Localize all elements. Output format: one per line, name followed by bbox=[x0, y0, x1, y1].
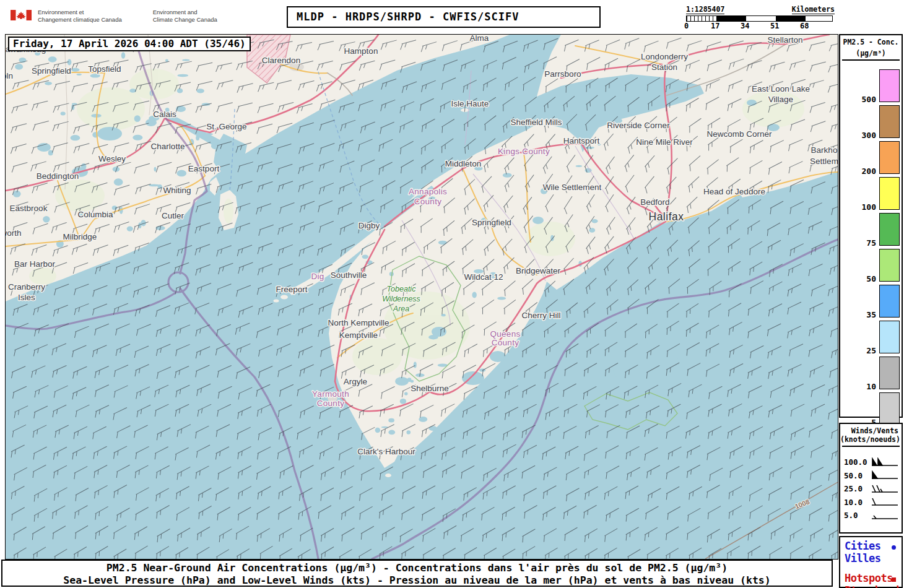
map-label: Kings County bbox=[498, 147, 550, 156]
map-label: Wilderness bbox=[382, 295, 420, 303]
long-island bbox=[280, 295, 288, 300]
map-label: Head of Jeddore bbox=[703, 187, 765, 196]
wind-barb-icon bbox=[871, 457, 899, 467]
pm25-level-value: 75 bbox=[841, 238, 879, 248]
map-label: Tobeatic bbox=[387, 285, 417, 293]
pm25-level-value: 100 bbox=[841, 202, 879, 212]
wind-speed-value: 100.0 bbox=[844, 457, 871, 467]
map-label: Cherry Hill bbox=[521, 311, 560, 320]
map-label: Clarendon bbox=[262, 56, 300, 65]
pm25-color-swatch bbox=[879, 141, 900, 174]
map-label: Clark's Harbour bbox=[357, 447, 415, 456]
pm25-level-value: 300 bbox=[841, 131, 879, 140]
pm25-level-value: 200 bbox=[841, 166, 879, 176]
pm25-legend-title: PM2.5 - Conc. bbox=[840, 38, 902, 46]
scale-tick-labels: 017345168 bbox=[686, 22, 835, 30]
map-label: Nine Mile River bbox=[636, 137, 693, 147]
scale-tick: 51 bbox=[770, 22, 779, 30]
map-label: Bar Harbor bbox=[14, 259, 56, 269]
map-label: Yarmouth bbox=[312, 389, 349, 399]
map-label: Settlem bbox=[810, 157, 838, 166]
map-label: Area bbox=[393, 305, 409, 313]
map-label: Isle Haute bbox=[451, 99, 489, 108]
map-label: Riverside Corner bbox=[607, 121, 670, 130]
winds-legend-row: 100.0 bbox=[840, 456, 902, 469]
hotspot-square-icon bbox=[892, 577, 896, 582]
wind-speed-value: 10.0 bbox=[844, 498, 871, 507]
model-title: MLDP - HRDPS/SHRPD - CWFIS/SCIFV bbox=[297, 11, 519, 23]
map-label: Village bbox=[768, 95, 793, 104]
pm25-level-value: 35 bbox=[841, 310, 879, 319]
map-label: Annapolis bbox=[409, 187, 447, 196]
pm25-level-value: 500 bbox=[841, 95, 879, 104]
wind-speed-value: 50.0 bbox=[844, 471, 871, 480]
wind-barb-icon bbox=[871, 484, 899, 494]
map-label: Cutler bbox=[162, 211, 185, 220]
canada-flag-icon bbox=[11, 10, 32, 20]
logo-text-en: Environment and Climate Change Canada bbox=[153, 9, 217, 23]
caption-line2: Sea-Level Pressure (hPa) and Low-Level W… bbox=[2, 574, 832, 587]
map-label: Shelburne bbox=[411, 384, 449, 393]
map-label: Columbia bbox=[77, 210, 113, 219]
map-label: Calais bbox=[153, 110, 176, 119]
map-label: North Kemptville bbox=[328, 318, 389, 327]
scale-bar: 1:1285407 Kilometers 017345168 bbox=[686, 5, 835, 30]
map-label: Parrsboro bbox=[544, 69, 581, 79]
pm25-color-swatch bbox=[879, 321, 900, 353]
map-label: Eastbrook bbox=[10, 204, 48, 213]
pm25-color-swatch bbox=[879, 285, 900, 318]
scale-unit: Kilometers bbox=[792, 5, 835, 14]
map-label: Station bbox=[651, 63, 677, 72]
map-label: Bridgewater bbox=[516, 266, 561, 275]
map-label: Hampton bbox=[344, 46, 378, 56]
canada-logo: Environnement et Changement climatique C… bbox=[11, 9, 217, 23]
datetime-label: Friday, 17 April 2026 04:00 ADT (35/46) bbox=[8, 37, 251, 51]
pm25-legend-row: 100 bbox=[840, 177, 902, 210]
wind-barb-icon bbox=[871, 511, 899, 521]
map-label: Wesley bbox=[98, 154, 126, 163]
map-label: Argyle bbox=[344, 377, 367, 386]
map-label: Londonderry bbox=[641, 52, 688, 61]
pm25-color-swatch bbox=[879, 213, 900, 246]
map-label: Beddington bbox=[37, 171, 79, 181]
map-image: attawamkeagSpringfieldTopsfieldolnCalais… bbox=[6, 35, 838, 559]
pm25-level-value: 25 bbox=[841, 346, 879, 355]
map-label: oln bbox=[6, 71, 13, 80]
map-label: Wile Settlement bbox=[543, 183, 602, 192]
map-label: County bbox=[414, 197, 442, 206]
map-label: County bbox=[317, 399, 345, 408]
map-label: Hantsport bbox=[563, 136, 600, 145]
pm25-legend-units: (µg/m³) bbox=[840, 49, 902, 58]
pm25-legend-row: 35 bbox=[840, 285, 902, 318]
winds-legend-row: 10.0 bbox=[840, 496, 902, 509]
winds-legend-row: 25.0 bbox=[840, 482, 902, 496]
map-label: Queens bbox=[490, 329, 520, 339]
caption-line1: PM2.5 Near-Ground Air Concentrations (µg… bbox=[2, 562, 832, 574]
winds-legend-units: (knots/noeuds) bbox=[840, 435, 902, 444]
pm25-legend-row: 50 bbox=[840, 249, 902, 282]
wind-speed-value: 5.0 bbox=[844, 511, 871, 520]
map-label: Charlotte bbox=[151, 142, 185, 151]
map-label: Bedford bbox=[640, 197, 669, 207]
pm25-legend-row: 200 bbox=[840, 141, 902, 174]
map-label: Middleton bbox=[445, 159, 482, 168]
caption-box: PM2.5 Near-Ground Air Concentrations (µg… bbox=[1, 560, 833, 587]
cape-sable-island bbox=[385, 473, 391, 477]
map-label: St. George bbox=[206, 122, 246, 131]
markers-legend-panel: Cities Villes Hotspots Pts chauds bbox=[839, 536, 903, 588]
wind-barb-icon bbox=[871, 470, 899, 480]
pm25-legend-row: 500 bbox=[840, 69, 902, 102]
pm25-color-swatch bbox=[879, 249, 900, 282]
legend-divider bbox=[842, 446, 900, 447]
model-title-box: MLDP - HRDPS/SHRPD - CWFIS/SCIFV bbox=[287, 6, 601, 28]
winds-legend-panel: Winds/Vents (knots/noeuds) 100.050.025.0… bbox=[839, 423, 903, 534]
map-label: Kemptville bbox=[339, 331, 378, 340]
map-label: Topsfield bbox=[88, 64, 121, 74]
map-label: Digby bbox=[359, 221, 380, 230]
map-label: Whiting bbox=[163, 186, 191, 195]
map-label: Southville bbox=[331, 270, 367, 280]
cities-label-fr: Villes bbox=[845, 552, 880, 564]
map-label: East Loon Lake bbox=[752, 84, 810, 93]
hotspots-label-fr: Pts chauds bbox=[845, 584, 904, 588]
scale-tick: 17 bbox=[711, 22, 719, 30]
